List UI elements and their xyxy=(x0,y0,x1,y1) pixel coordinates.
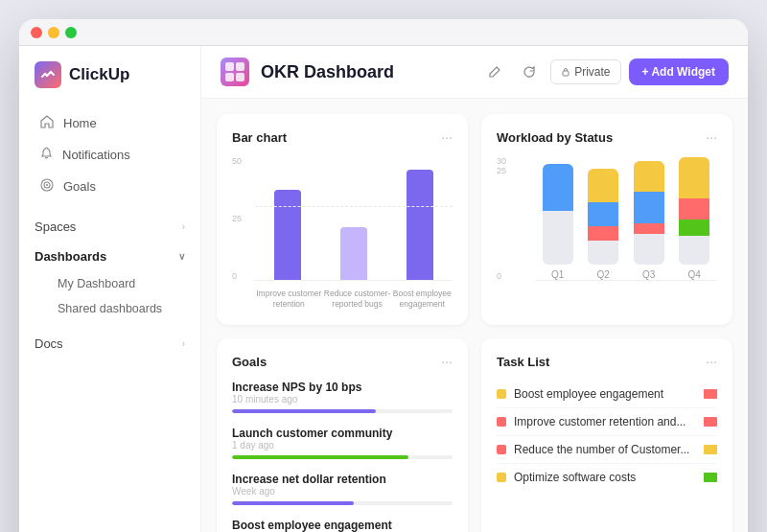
goal-item-2: Launch customer community 1 day ago xyxy=(232,427,453,459)
stacked-bar-group-q1: Q1 xyxy=(543,164,573,280)
sidebar-item-notifications[interactable]: Notifications xyxy=(25,139,195,171)
docs-chevron-icon: › xyxy=(182,338,185,349)
bar-chart-header: Bar chart ··· xyxy=(232,129,453,145)
bar-group-3 xyxy=(386,170,453,280)
workload-chart-header: Workload by Status ··· xyxy=(497,129,717,145)
task-name-4: Optimize software costs xyxy=(514,471,696,484)
goal-progress-3 xyxy=(232,501,453,505)
home-label: Home xyxy=(63,116,97,130)
goal-time-1: 10 minutes ago xyxy=(232,394,453,405)
goals-label: Goals xyxy=(63,179,96,194)
goal-time-3: Week ago xyxy=(232,486,453,497)
task-name-1: Boost employee engagement xyxy=(514,387,696,401)
app-body: ClickUp Home Notifications xyxy=(19,46,748,532)
goal-item-4: Boost employee engagement xyxy=(232,519,453,532)
sidebar-item-shared-dashboards[interactable]: Shared dashboards xyxy=(19,296,200,321)
task-name-3: Reduce the number of Customer... xyxy=(514,443,696,456)
edit-button[interactable] xyxy=(481,58,508,85)
task-list-widget: Task List ··· Boost employee engagement … xyxy=(481,338,732,532)
task-list-title: Task List xyxy=(497,355,549,369)
refresh-button[interactable] xyxy=(516,58,543,85)
goal-time-2: 1 day ago xyxy=(232,440,453,451)
sidebar-docs-section[interactable]: Docs › xyxy=(19,329,200,359)
stacked-bar-q1 xyxy=(543,164,573,265)
bar-2 xyxy=(340,227,367,280)
bar-chart-yaxis: 50 25 0 xyxy=(232,156,242,281)
goal-progress-fill-1 xyxy=(232,409,376,413)
sidebar-item-home[interactable]: Home xyxy=(25,107,195,139)
task-item-4: Optimize software costs xyxy=(497,464,717,491)
stacked-label-q3: Q3 xyxy=(642,269,655,280)
bar-chart-title: Bar chart xyxy=(232,130,287,145)
task-list-header: Task List ··· xyxy=(497,354,717,369)
spaces-label: Spaces xyxy=(35,220,76,234)
stacked-bar-q4 xyxy=(679,157,709,265)
workload-yaxis: 30 25 0 xyxy=(497,156,506,281)
bar-label-3: Boost employeeengagement xyxy=(393,289,452,310)
close-dot[interactable] xyxy=(31,27,42,38)
bar-1 xyxy=(274,190,301,280)
task-dot-4 xyxy=(497,473,506,482)
minimize-dot[interactable] xyxy=(48,27,59,38)
dashboard-icon xyxy=(221,58,249,86)
main-content: OKR Dashboard xyxy=(201,46,748,532)
sidebar-spaces-section[interactable]: Spaces › xyxy=(19,212,200,242)
topbar-actions: Private + Add Widget xyxy=(481,58,729,85)
bar-group-1 xyxy=(255,190,321,280)
bar-label-1: Improve customerretention xyxy=(256,289,321,310)
task-flag-2 xyxy=(704,417,717,427)
goal-title-1: Increase NPS by 10 bps xyxy=(232,381,453,394)
task-dot-3 xyxy=(497,445,506,454)
goal-title-4: Boost employee engagement xyxy=(232,519,453,532)
task-flag-4 xyxy=(704,473,717,482)
home-icon xyxy=(40,115,54,131)
docs-label: Docs xyxy=(35,336,63,351)
stacked-chart-area: 30 25 0 xyxy=(497,156,717,310)
stacked-label-q1: Q1 xyxy=(551,269,564,280)
task-flag-1 xyxy=(704,389,717,399)
bar-chart-labels: Improve customerretention Reduce custome… xyxy=(255,285,453,310)
task-item-3: Reduce the number of Customer... xyxy=(497,436,717,464)
private-label: Private xyxy=(574,65,610,79)
maximize-dot[interactable] xyxy=(65,27,77,38)
goal-item-1: Increase NPS by 10 bps 10 minutes ago xyxy=(232,381,453,413)
goals-widget: Goals ··· Increase NPS by 10 bps 10 minu… xyxy=(217,338,468,532)
dashboard-grid: Bar chart ··· 50 25 0 xyxy=(201,99,748,532)
sidebar-bottom: S ·· xyxy=(19,520,200,532)
goal-progress-1 xyxy=(232,409,453,413)
bar-chart-area: 50 25 0 xyxy=(232,156,453,310)
logo[interactable]: ClickUp xyxy=(19,61,200,107)
goal-title-2: Launch customer community xyxy=(232,427,453,440)
sidebar-item-goals[interactable]: Goals xyxy=(25,171,195,202)
goal-progress-fill-3 xyxy=(232,501,354,505)
dashboards-chevron-icon: ∨ xyxy=(178,251,185,262)
logo-text: ClickUp xyxy=(69,65,129,84)
goals-icon xyxy=(40,178,54,195)
stacked-bar-group-q3: Q3 xyxy=(634,161,664,280)
task-name-2: Improve customer retention and... xyxy=(514,415,696,428)
dashboards-label: Dashboards xyxy=(35,249,106,264)
task-dot-1 xyxy=(497,389,506,399)
goals-widget-menu-icon[interactable]: ··· xyxy=(441,354,453,369)
bar-chart-widget: Bar chart ··· 50 25 0 xyxy=(217,114,468,325)
sidebar-item-my-dashboard[interactable]: My Dashboard xyxy=(19,271,200,296)
workload-chart-menu-icon[interactable]: ··· xyxy=(706,129,717,145)
bell-icon xyxy=(40,147,53,163)
goal-item-3: Increase net dollar retention Week ago xyxy=(232,473,453,505)
private-button[interactable]: Private xyxy=(550,59,620,84)
task-list-menu-icon[interactable]: ··· xyxy=(706,354,717,369)
sidebar-dashboards-section[interactable]: Dashboards ∨ xyxy=(19,242,200,271)
task-list: Boost employee engagement Improve custom… xyxy=(497,381,717,491)
svg-rect-4 xyxy=(563,71,569,76)
stacked-label-q4: Q4 xyxy=(688,269,701,280)
add-widget-button[interactable]: + Add Widget xyxy=(629,58,729,85)
logo-icon xyxy=(35,61,61,88)
bar-label-2: Reduce customer-reported bugs xyxy=(324,289,390,310)
stacked-bar-q3 xyxy=(634,161,664,265)
goals-widget-header: Goals ··· xyxy=(232,354,453,369)
goal-title-3: Increase net dollar retention xyxy=(232,473,453,486)
stacked-label-q2: Q2 xyxy=(597,269,610,280)
stacked-bar-q2 xyxy=(588,169,618,265)
bar-chart-menu-icon[interactable]: ··· xyxy=(441,129,453,145)
workload-chart-widget: Workload by Status ··· 30 25 0 xyxy=(481,114,732,325)
